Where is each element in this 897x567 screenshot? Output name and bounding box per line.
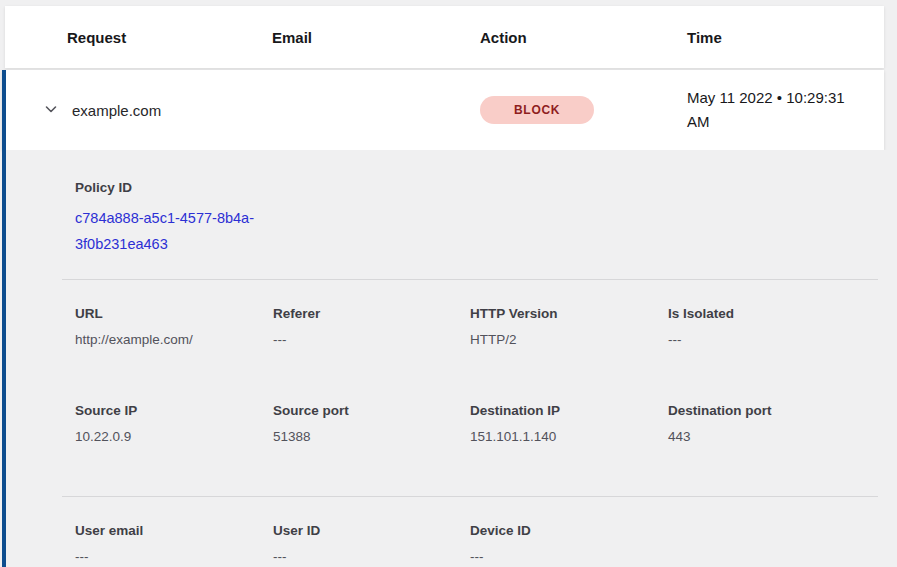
field-value: 51388	[273, 429, 470, 444]
field-destination-port: Destination port 443	[668, 403, 897, 444]
table-row[interactable]: example.com BLOCK May 11 2022 • 10:29:31…	[2, 70, 884, 150]
column-header-email: Email	[272, 29, 480, 46]
field-value: ---	[668, 332, 897, 347]
policy-id-field: Policy ID c784a888-a5c1-4577-8b4a-3f0b23…	[6, 150, 897, 257]
field-label: Source port	[273, 403, 470, 418]
field-user-email: User email ---	[75, 523, 273, 564]
policy-id-label: Policy ID	[75, 180, 897, 195]
field-value: 10.22.0.9	[75, 429, 273, 444]
field-label: Is Isolated	[668, 306, 897, 321]
collapse-row-button[interactable]	[42, 101, 60, 119]
table-header: Request Email Action Time	[5, 6, 884, 68]
field-value: ---	[75, 549, 273, 564]
field-is-isolated: Is Isolated ---	[668, 306, 897, 347]
field-value: ---	[273, 332, 470, 347]
field-value: 151.101.1.140	[470, 429, 668, 444]
field-source-ip: Source IP 10.22.0.9	[75, 403, 273, 444]
field-value: ---	[470, 549, 668, 564]
request-cell: example.com	[6, 101, 480, 119]
request-value: example.com	[72, 102, 161, 119]
row-detail-panel: Policy ID c784a888-a5c1-4577-8b4a-3f0b23…	[2, 150, 897, 567]
log-detail-page: Request Email Action Time example.com BL…	[0, 0, 897, 567]
field-label: URL	[75, 306, 273, 321]
action-cell: BLOCK	[480, 96, 687, 124]
field-label: Destination port	[668, 403, 897, 418]
field-user-id: User ID ---	[273, 523, 470, 564]
field-http-version: HTTP Version HTTP/2	[470, 306, 668, 347]
field-device-id: Device ID ---	[470, 523, 668, 564]
field-label: Referer	[273, 306, 470, 321]
chevron-down-icon	[43, 101, 59, 120]
column-header-request: Request	[67, 29, 272, 46]
field-label: Source IP	[75, 403, 273, 418]
field-empty	[668, 523, 897, 564]
policy-id-link[interactable]: c784a888-a5c1-4577-8b4a-3f0b231ea463	[75, 205, 275, 257]
field-url: URL http://example.com/	[75, 306, 273, 347]
field-label: Destination IP	[470, 403, 668, 418]
field-destination-ip: Destination IP 151.101.1.140	[470, 403, 668, 444]
detail-row-user: User email --- User ID --- Device ID ---	[6, 497, 897, 567]
time-cell: May 11 2022 • 10:29:31 AM	[687, 86, 884, 134]
field-value: HTTP/2	[470, 332, 668, 347]
field-label: HTTP Version	[470, 306, 668, 321]
detail-row-network: Source IP 10.22.0.9 Source port 51388 De…	[6, 377, 897, 474]
field-value: http://example.com/	[75, 332, 273, 347]
field-value: ---	[273, 549, 470, 564]
field-label: Device ID	[470, 523, 668, 538]
field-source-port: Source port 51388	[273, 403, 470, 444]
column-header-action: Action	[480, 29, 687, 46]
field-referer: Referer ---	[273, 306, 470, 347]
detail-row-url: URL http://example.com/ Referer --- HTTP…	[6, 280, 897, 377]
field-label: User email	[75, 523, 273, 538]
column-header-time: Time	[687, 29, 884, 46]
block-action-badge: BLOCK	[480, 96, 594, 124]
field-label: User ID	[273, 523, 470, 538]
field-value: 443	[668, 429, 897, 444]
